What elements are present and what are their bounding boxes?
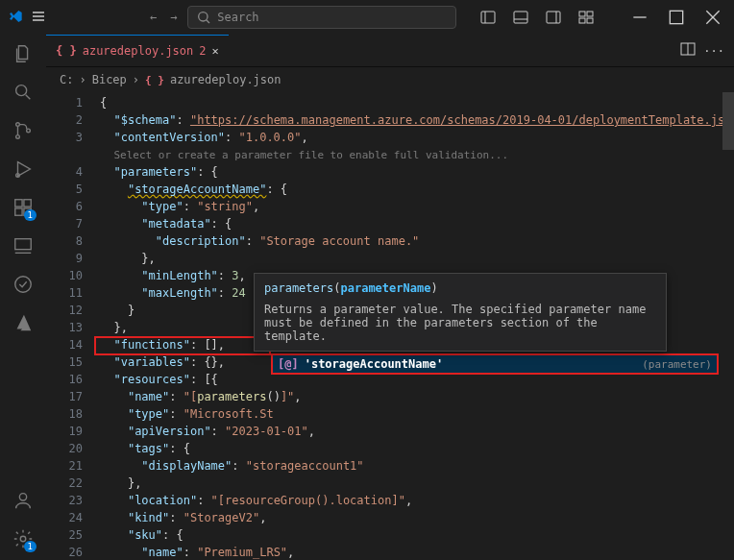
svg-rect-5 bbox=[587, 12, 593, 16]
layout-panel-bottom-icon[interactable] bbox=[507, 4, 534, 31]
svg-rect-8 bbox=[670, 11, 682, 23]
split-editor-icon[interactable] bbox=[680, 41, 696, 60]
window-close-button[interactable] bbox=[699, 4, 726, 31]
search-icon[interactable] bbox=[12, 81, 35, 104]
settings-gear-icon[interactable]: 1 bbox=[12, 527, 35, 550]
svg-rect-3 bbox=[547, 12, 560, 23]
svg-rect-4 bbox=[579, 12, 585, 16]
accounts-icon[interactable] bbox=[12, 489, 35, 512]
tab-close-button[interactable]: ✕ bbox=[212, 44, 219, 58]
more-actions-icon[interactable]: ··· bbox=[703, 44, 724, 58]
nav-back-button[interactable]: ← bbox=[150, 11, 157, 24]
svg-point-11 bbox=[16, 135, 20, 139]
tab-modified-badge: 2 bbox=[199, 44, 206, 58]
breadcrumb-file: azuredeploy.json bbox=[170, 73, 281, 86]
json-file-icon: { } bbox=[145, 74, 164, 86]
svg-point-12 bbox=[27, 129, 31, 133]
svg-point-9 bbox=[16, 85, 27, 96]
svg-rect-7 bbox=[587, 18, 593, 23]
svg-point-21 bbox=[20, 536, 26, 542]
settings-badge: 1 bbox=[24, 541, 37, 552]
svg-rect-14 bbox=[15, 200, 22, 207]
layout-panel-right-icon[interactable] bbox=[540, 4, 567, 31]
svg-rect-15 bbox=[24, 200, 31, 207]
svg-rect-16 bbox=[15, 208, 22, 215]
svg-rect-18 bbox=[15, 239, 32, 250]
json-file-icon: { } bbox=[56, 44, 77, 58]
svg-point-20 bbox=[19, 494, 26, 500]
svg-rect-6 bbox=[579, 18, 585, 23]
editor-scrollbar[interactable] bbox=[722, 92, 734, 560]
azure-icon[interactable] bbox=[12, 311, 35, 334]
layout-panel-left-icon[interactable] bbox=[475, 4, 502, 31]
line-number-gutter: 1234567891011121314151617181920212223242… bbox=[46, 92, 96, 560]
tooltip-description: Returns a parameter value. The specified… bbox=[264, 303, 656, 343]
testing-icon[interactable] bbox=[12, 273, 35, 296]
remote-icon[interactable] bbox=[12, 234, 35, 257]
scrollbar-thumb[interactable] bbox=[722, 92, 734, 150]
breadcrumb[interactable]: C: › Bicep › { } azuredeploy.json bbox=[46, 67, 734, 92]
explorer-icon[interactable] bbox=[12, 42, 35, 65]
editor-tab[interactable]: { } azuredeploy.json 2 ✕ bbox=[46, 35, 229, 66]
search-placeholder: Search bbox=[217, 11, 258, 24]
svg-point-10 bbox=[16, 123, 20, 127]
menu-icon[interactable] bbox=[31, 9, 46, 27]
breadcrumb-folder: Bicep bbox=[92, 73, 127, 86]
highlight-box-name-line bbox=[94, 336, 271, 355]
svg-point-19 bbox=[15, 277, 32, 293]
nav-forward-button[interactable]: → bbox=[170, 11, 177, 24]
svg-point-0 bbox=[199, 12, 208, 21]
extensions-badge: 1 bbox=[24, 209, 37, 221]
vscode-logo-icon bbox=[8, 9, 23, 27]
source-control-icon[interactable] bbox=[12, 119, 35, 142]
svg-rect-2 bbox=[514, 12, 527, 23]
command-center-search[interactable]: Search bbox=[187, 6, 456, 29]
run-debug-icon[interactable] bbox=[12, 158, 35, 181]
breadcrumb-root: C: bbox=[60, 73, 73, 86]
extensions-icon[interactable]: 1 bbox=[12, 196, 35, 219]
highlight-box-intellisense bbox=[271, 353, 719, 375]
code-editor[interactable]: 1234567891011121314151617181920212223242… bbox=[46, 92, 734, 560]
tab-filename: azuredeploy.json bbox=[83, 44, 194, 58]
svg-rect-1 bbox=[481, 12, 495, 23]
signature-help-tooltip: parameters(parameterName) Returns a para… bbox=[254, 273, 667, 352]
window-maximize-button[interactable] bbox=[663, 4, 690, 31]
layout-customize-icon[interactable] bbox=[573, 4, 599, 31]
window-minimize-button[interactable] bbox=[626, 4, 653, 31]
